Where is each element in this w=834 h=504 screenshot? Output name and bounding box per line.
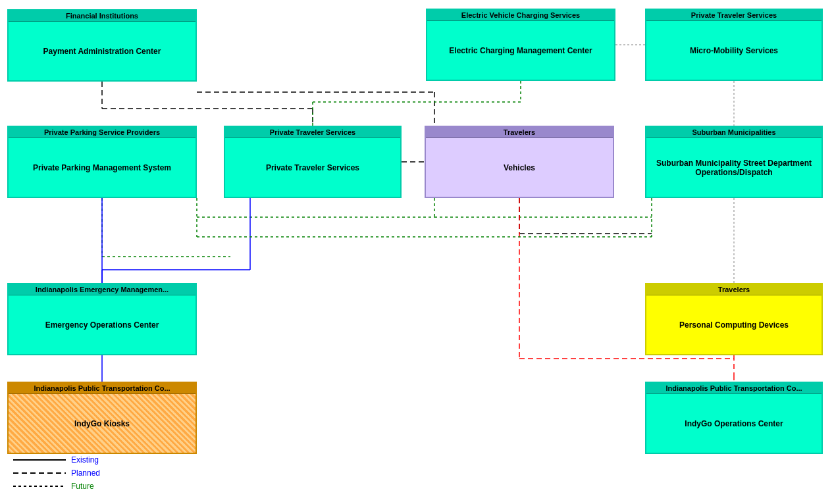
node-indygo-kiosks: Indianapolis Public Transportation Co...…: [7, 382, 197, 454]
legend: Existing Planned Future: [13, 455, 100, 491]
node-private-traveler-top-body: Micro-Mobility Services: [646, 21, 821, 80]
legend-planned: Planned: [13, 468, 100, 478]
node-private-traveler-mid-header: Private Traveler Services: [225, 127, 400, 138]
legend-future-line: [13, 483, 66, 490]
legend-planned-line: [13, 470, 66, 476]
node-travelers-personal-body: Personal Computing Devices: [646, 295, 821, 354]
node-private-traveler-top: Private Traveler Services Micro-Mobility…: [645, 9, 823, 81]
legend-existing-label: Existing: [71, 455, 99, 465]
node-indygo-kiosks-header: Indianapolis Public Transportation Co...: [9, 383, 195, 394]
node-private-traveler-mid-body: Private Traveler Services: [225, 138, 400, 197]
node-suburban-municipalities: Suburban Municipalities Suburban Municip…: [645, 126, 823, 198]
node-ev-charging: Electric Vehicle Charging Services Elect…: [426, 9, 615, 81]
legend-future: Future: [13, 482, 100, 491]
node-indygo-operations-body: IndyGo Operations Center: [646, 394, 821, 453]
node-private-traveler-top-header: Private Traveler Services: [646, 10, 821, 21]
node-financial-institutions-body: Payment Administration Center: [9, 22, 195, 80]
node-suburban-municipalities-header: Suburban Municipalities: [646, 127, 821, 138]
node-travelers-personal: Travelers Personal Computing Devices: [645, 283, 823, 355]
node-indy-emergency-body: Emergency Operations Center: [9, 295, 195, 354]
node-indygo-operations: Indianapolis Public Transportation Co...…: [645, 382, 823, 454]
legend-existing: Existing: [13, 455, 100, 465]
legend-planned-label: Planned: [71, 468, 100, 478]
node-financial-institutions-header: Financial Institutions: [9, 11, 195, 22]
diagram-container: Financial Institutions Payment Administr…: [0, 0, 834, 504]
node-private-traveler-mid: Private Traveler Services Private Travel…: [224, 126, 402, 198]
node-private-parking-header: Private Parking Service Providers: [9, 127, 195, 138]
node-indygo-operations-header: Indianapolis Public Transportation Co...: [646, 383, 821, 394]
node-indygo-kiosks-body: IndyGo Kiosks: [9, 394, 195, 453]
node-travelers-vehicles-body: Vehicles: [426, 138, 613, 197]
node-ev-charging-header: Electric Vehicle Charging Services: [427, 10, 614, 21]
node-suburban-municipalities-body: Suburban Municipality Street Department …: [646, 138, 821, 197]
legend-future-label: Future: [71, 482, 94, 491]
node-ev-charging-body: Electric Charging Management Center: [427, 21, 614, 80]
node-financial-institutions: Financial Institutions Payment Administr…: [7, 9, 197, 82]
node-travelers-personal-header: Travelers: [646, 284, 821, 295]
node-private-parking: Private Parking Service Providers Privat…: [7, 126, 197, 198]
node-travelers-vehicles-header: Travelers: [426, 127, 613, 138]
legend-existing-line: [13, 457, 66, 463]
node-private-parking-body: Private Parking Management System: [9, 138, 195, 197]
node-travelers-vehicles: Travelers Vehicles: [425, 126, 614, 198]
node-indy-emergency-header: Indianapolis Emergency Managemen...: [9, 284, 195, 295]
node-indy-emergency: Indianapolis Emergency Managemen... Emer…: [7, 283, 197, 355]
